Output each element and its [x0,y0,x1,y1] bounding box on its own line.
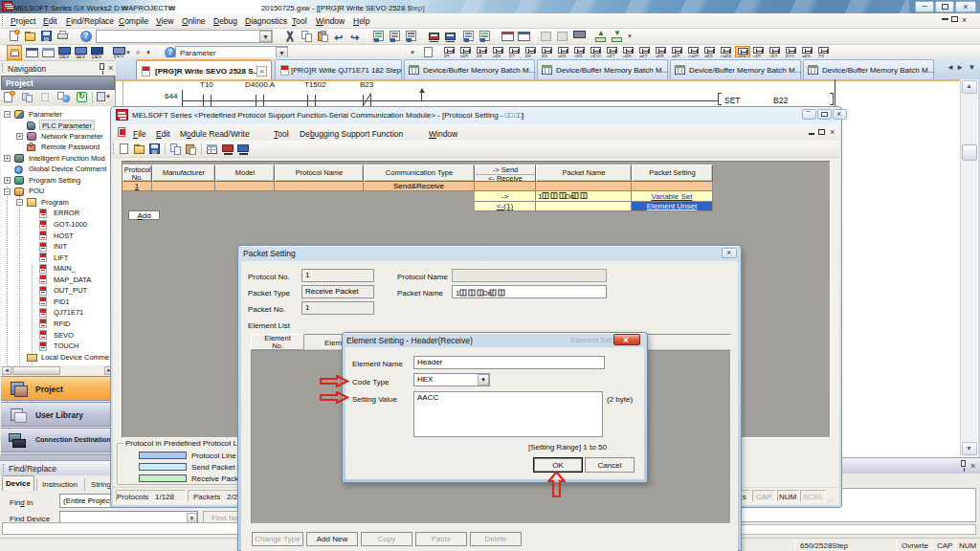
svg-text:On: On [565,192,574,201]
svg-text:1: 1 [538,192,543,201]
svg-text:On: On [482,289,492,298]
svg-text:1: 1 [456,289,460,298]
